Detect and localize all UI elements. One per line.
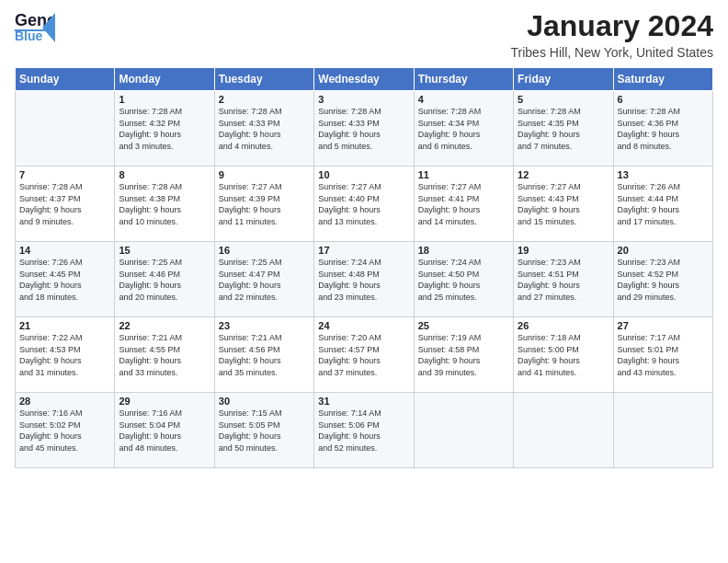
calendar-cell: 21Sunrise: 7:22 AM Sunset: 4:53 PM Dayli… <box>16 317 115 393</box>
calendar-week-3: 14Sunrise: 7:26 AM Sunset: 4:45 PM Dayli… <box>16 242 713 317</box>
calendar-cell: 20Sunrise: 7:23 AM Sunset: 4:52 PM Dayli… <box>613 242 712 317</box>
day-number: 4 <box>418 94 509 105</box>
calendar-cell: 26Sunrise: 7:18 AM Sunset: 5:00 PM Dayli… <box>514 317 613 393</box>
calendar-cell: 24Sunrise: 7:20 AM Sunset: 4:57 PM Dayli… <box>314 317 414 393</box>
day-number: 17 <box>318 245 409 256</box>
day-number: 13 <box>618 169 709 180</box>
day-info: Sunrise: 7:24 AM Sunset: 4:48 PM Dayligh… <box>318 257 409 303</box>
logo-icon: General Blue <box>15 9 55 42</box>
calendar-cell: 30Sunrise: 7:15 AM Sunset: 5:05 PM Dayli… <box>214 393 313 468</box>
day-info: Sunrise: 7:17 AM Sunset: 5:01 PM Dayligh… <box>618 332 709 378</box>
day-info: Sunrise: 7:28 AM Sunset: 4:34 PM Dayligh… <box>418 106 509 152</box>
day-number: 24 <box>318 320 409 331</box>
day-info: Sunrise: 7:19 AM Sunset: 4:58 PM Dayligh… <box>418 332 509 378</box>
day-number: 9 <box>219 169 310 180</box>
header-thursday: Thursday <box>414 68 513 91</box>
day-number: 8 <box>119 169 210 180</box>
header-saturday: Saturday <box>613 68 712 91</box>
calendar-week-1: 1Sunrise: 7:28 AM Sunset: 4:32 PM Daylig… <box>16 91 713 167</box>
day-info: Sunrise: 7:28 AM Sunset: 4:38 PM Dayligh… <box>119 181 210 227</box>
header-monday: Monday <box>115 68 214 91</box>
day-number: 6 <box>618 94 709 105</box>
calendar-cell: 3Sunrise: 7:28 AM Sunset: 4:33 PM Daylig… <box>314 91 414 167</box>
day-number: 1 <box>119 94 210 105</box>
calendar-cell: 18Sunrise: 7:24 AM Sunset: 4:50 PM Dayli… <box>414 242 513 317</box>
calendar-cell: 15Sunrise: 7:25 AM Sunset: 4:46 PM Dayli… <box>115 242 214 317</box>
day-number: 14 <box>19 245 110 256</box>
calendar-week-2: 7Sunrise: 7:28 AM Sunset: 4:37 PM Daylig… <box>16 167 713 242</box>
logo: General Blue <box>15 9 55 42</box>
calendar-cell: 7Sunrise: 7:28 AM Sunset: 4:37 PM Daylig… <box>16 167 115 242</box>
day-info: Sunrise: 7:22 AM Sunset: 4:53 PM Dayligh… <box>19 332 110 378</box>
calendar-cell <box>414 393 513 468</box>
day-info: Sunrise: 7:23 AM Sunset: 4:52 PM Dayligh… <box>618 257 709 303</box>
header-tuesday: Tuesday <box>214 68 313 91</box>
day-info: Sunrise: 7:26 AM Sunset: 4:45 PM Dayligh… <box>19 257 110 303</box>
day-info: Sunrise: 7:21 AM Sunset: 4:56 PM Dayligh… <box>219 332 310 378</box>
calendar-cell: 23Sunrise: 7:21 AM Sunset: 4:56 PM Dayli… <box>214 317 313 393</box>
calendar-week-4: 21Sunrise: 7:22 AM Sunset: 4:53 PM Dayli… <box>16 317 713 393</box>
day-number: 22 <box>119 320 210 331</box>
calendar-cell: 10Sunrise: 7:27 AM Sunset: 4:40 PM Dayli… <box>314 167 414 242</box>
day-number: 26 <box>518 320 609 331</box>
calendar-cell: 16Sunrise: 7:25 AM Sunset: 4:47 PM Dayli… <box>214 242 313 317</box>
day-number: 11 <box>418 169 509 180</box>
day-info: Sunrise: 7:28 AM Sunset: 4:36 PM Dayligh… <box>618 106 709 152</box>
day-info: Sunrise: 7:27 AM Sunset: 4:40 PM Dayligh… <box>318 181 409 227</box>
calendar-cell <box>613 393 712 468</box>
calendar-cell: 14Sunrise: 7:26 AM Sunset: 4:45 PM Dayli… <box>16 242 115 317</box>
day-info: Sunrise: 7:26 AM Sunset: 4:44 PM Dayligh… <box>618 181 709 227</box>
day-info: Sunrise: 7:16 AM Sunset: 5:04 PM Dayligh… <box>119 408 210 454</box>
svg-text:Blue: Blue <box>15 29 43 42</box>
calendar-cell: 9Sunrise: 7:27 AM Sunset: 4:39 PM Daylig… <box>214 167 313 242</box>
day-info: Sunrise: 7:27 AM Sunset: 4:41 PM Dayligh… <box>418 181 509 227</box>
calendar-cell: 5Sunrise: 7:28 AM Sunset: 4:35 PM Daylig… <box>514 91 613 167</box>
calendar-cell: 6Sunrise: 7:28 AM Sunset: 4:36 PM Daylig… <box>613 91 712 167</box>
calendar-table: Sunday Monday Tuesday Wednesday Thursday… <box>15 67 713 468</box>
day-number: 19 <box>518 245 609 256</box>
day-number: 30 <box>219 396 310 407</box>
day-number: 12 <box>518 169 609 180</box>
calendar-cell: 29Sunrise: 7:16 AM Sunset: 5:04 PM Dayli… <box>115 393 214 468</box>
calendar-cell: 8Sunrise: 7:28 AM Sunset: 4:38 PM Daylig… <box>115 167 214 242</box>
calendar-cell <box>514 393 613 468</box>
day-number: 20 <box>618 245 709 256</box>
calendar-cell: 31Sunrise: 7:14 AM Sunset: 5:06 PM Dayli… <box>314 393 414 468</box>
day-number: 28 <box>19 396 110 407</box>
day-info: Sunrise: 7:28 AM Sunset: 4:33 PM Dayligh… <box>318 106 409 152</box>
day-info: Sunrise: 7:27 AM Sunset: 4:43 PM Dayligh… <box>518 181 609 227</box>
day-info: Sunrise: 7:28 AM Sunset: 4:35 PM Dayligh… <box>518 106 609 152</box>
title-area: January 2024 Tribes Hill, New York, Unit… <box>511 9 713 60</box>
day-info: Sunrise: 7:15 AM Sunset: 5:05 PM Dayligh… <box>219 408 310 454</box>
day-number: 15 <box>119 245 210 256</box>
calendar-cell: 22Sunrise: 7:21 AM Sunset: 4:55 PM Dayli… <box>115 317 214 393</box>
calendar-cell: 1Sunrise: 7:28 AM Sunset: 4:32 PM Daylig… <box>115 91 214 167</box>
header-friday: Friday <box>514 68 613 91</box>
calendar-cell: 11Sunrise: 7:27 AM Sunset: 4:41 PM Dayli… <box>414 167 513 242</box>
day-number: 23 <box>219 320 310 331</box>
day-info: Sunrise: 7:23 AM Sunset: 4:51 PM Dayligh… <box>518 257 609 303</box>
day-number: 21 <box>19 320 110 331</box>
header: General Blue January 2024 Tribes Hill, N… <box>15 9 713 60</box>
calendar-cell: 28Sunrise: 7:16 AM Sunset: 5:02 PM Dayli… <box>16 393 115 468</box>
day-info: Sunrise: 7:18 AM Sunset: 5:00 PM Dayligh… <box>518 332 609 378</box>
day-info: Sunrise: 7:27 AM Sunset: 4:39 PM Dayligh… <box>219 181 310 227</box>
day-number: 29 <box>119 396 210 407</box>
page-container: General Blue January 2024 Tribes Hill, N… <box>0 0 728 477</box>
calendar-cell: 17Sunrise: 7:24 AM Sunset: 4:48 PM Dayli… <box>314 242 414 317</box>
day-info: Sunrise: 7:25 AM Sunset: 4:46 PM Dayligh… <box>119 257 210 303</box>
day-number: 25 <box>418 320 509 331</box>
calendar-cell: 19Sunrise: 7:23 AM Sunset: 4:51 PM Dayli… <box>514 242 613 317</box>
calendar-week-5: 28Sunrise: 7:16 AM Sunset: 5:02 PM Dayli… <box>16 393 713 468</box>
day-info: Sunrise: 7:25 AM Sunset: 4:47 PM Dayligh… <box>219 257 310 303</box>
day-info: Sunrise: 7:28 AM Sunset: 4:32 PM Dayligh… <box>119 106 210 152</box>
day-number: 3 <box>318 94 409 105</box>
day-info: Sunrise: 7:14 AM Sunset: 5:06 PM Dayligh… <box>318 408 409 454</box>
calendar-cell <box>16 91 115 167</box>
days-header-row: Sunday Monday Tuesday Wednesday Thursday… <box>16 68 713 91</box>
calendar-cell: 12Sunrise: 7:27 AM Sunset: 4:43 PM Dayli… <box>514 167 613 242</box>
day-info: Sunrise: 7:28 AM Sunset: 4:33 PM Dayligh… <box>219 106 310 152</box>
day-info: Sunrise: 7:16 AM Sunset: 5:02 PM Dayligh… <box>19 408 110 454</box>
month-title: January 2024 <box>511 9 713 43</box>
day-number: 27 <box>618 320 709 331</box>
